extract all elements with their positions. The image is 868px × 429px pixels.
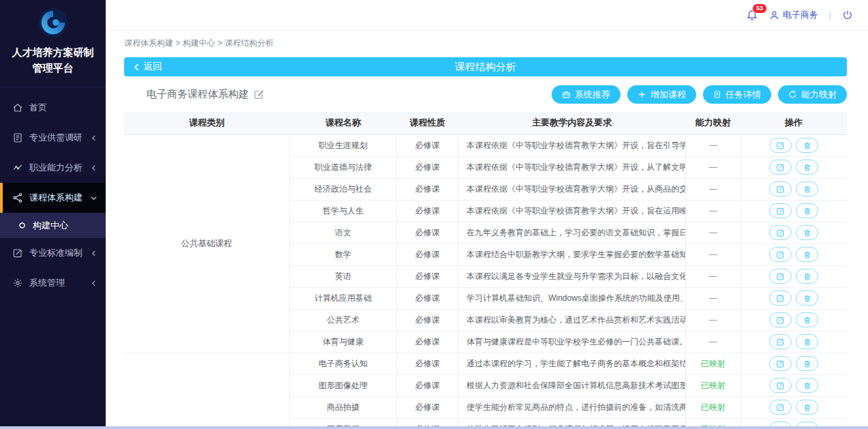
course-name-cell: 图形图像处理 xyxy=(290,374,397,396)
trash-icon xyxy=(803,338,811,346)
mapping-status-cell: 已映射 xyxy=(686,396,741,418)
course-name-cell: 计算机应用基础 xyxy=(290,287,397,309)
delete-course-button[interactable] xyxy=(796,160,818,175)
chevron-left-icon xyxy=(91,280,97,286)
edit-course-button[interactable] xyxy=(769,312,792,327)
operations-cell xyxy=(740,134,847,156)
notification-bell-button[interactable]: 53 xyxy=(746,9,758,21)
edit-course-button[interactable] xyxy=(769,247,792,262)
edit-title-icon[interactable] xyxy=(254,89,264,100)
edit-course-button[interactable] xyxy=(769,203,792,218)
system-recommend-button[interactable]: 系统推荐 xyxy=(552,85,620,104)
course-content-cell: 本课程依据《中等职业学校德育教学大纲》开设，旨在引导学生树立正确... xyxy=(458,134,686,156)
edit-icon xyxy=(776,403,785,412)
edit-icon xyxy=(776,250,785,259)
add-course-button[interactable]: 增加课程 xyxy=(627,85,696,104)
course-name-cell: 数学 xyxy=(290,243,397,265)
edit-course-button[interactable] xyxy=(769,356,792,371)
sidebar-item-ability-analysis[interactable]: 职业能力分析 xyxy=(0,153,106,183)
edit-course-button[interactable] xyxy=(769,400,792,415)
back-button[interactable]: 返回 xyxy=(124,61,162,73)
delete-course-button[interactable] xyxy=(796,378,818,393)
breadcrumb: 课程体系构建 > 构建中心 > 课程结构分析 xyxy=(124,38,847,49)
table-header-row: 课程类别 课程名称 课程性质 主要教学内容及要求 能力映射 操作 xyxy=(124,112,847,134)
table-row: 专业核心课电子商务认知必修课通过本课程的学习，学生能了解电子商务的基本概念和框架… xyxy=(124,353,847,374)
edit-course-button[interactable] xyxy=(769,269,792,284)
edit-course-button[interactable] xyxy=(769,334,792,349)
edit-icon xyxy=(776,207,785,216)
trash-icon xyxy=(803,294,811,303)
course-nature-cell: 必修课 xyxy=(397,309,458,331)
edit-icon xyxy=(776,316,785,325)
category-cell: 专业核心课 xyxy=(124,353,290,429)
course-content-cell: 本课程以审美教育为核心，通过艺术作品赏析和艺术实践活动，使学生了... xyxy=(458,309,686,331)
operations-cell xyxy=(740,287,847,309)
edit-course-button[interactable] xyxy=(769,291,792,306)
course-nature-cell: 必修课 xyxy=(397,396,458,418)
trash-icon xyxy=(803,207,811,216)
delete-course-button[interactable] xyxy=(796,291,818,306)
edit-icon xyxy=(776,185,785,194)
course-name-cell: 职业生涯规划 xyxy=(290,134,397,156)
trash-icon xyxy=(803,359,811,368)
mapping-status-cell: — xyxy=(686,134,741,156)
delete-course-button[interactable] xyxy=(796,203,818,218)
delete-course-button[interactable] xyxy=(796,181,818,196)
delete-course-button[interactable] xyxy=(796,312,818,327)
sidebar-item-home[interactable]: 首页 xyxy=(0,93,106,123)
username: 电子商务 xyxy=(783,9,818,21)
mapping-status-cell: 已映射 xyxy=(686,374,741,396)
logout-power-button[interactable] xyxy=(842,10,853,20)
course-content-cell: 在九年义务教育的基础上，学习必要的语文基础知识，掌握日常生活和职... xyxy=(458,222,686,243)
course-content-cell: 本课程以满足各专业学生就业与升学需求为目标，以融合文化素养、职业... xyxy=(458,265,686,287)
edit-icon xyxy=(776,381,785,390)
edit-icon xyxy=(776,228,785,237)
delete-course-button[interactable] xyxy=(796,225,818,240)
sidebar-item-standard-compilation[interactable]: 专业标准编制 xyxy=(0,238,106,268)
topbar-divider: | xyxy=(829,10,831,20)
sidebar-subitem-build-center[interactable]: 构建中心 xyxy=(0,213,106,238)
delete-course-button[interactable] xyxy=(796,356,818,371)
course-nature-cell: 必修课 xyxy=(397,156,458,178)
edit-course-button[interactable] xyxy=(769,378,792,393)
operations-cell xyxy=(740,200,847,222)
course-nature-cell: 必修课 xyxy=(397,200,458,222)
edit-course-button[interactable] xyxy=(769,225,792,240)
mapping-status-cell: — xyxy=(686,178,741,200)
delete-course-button[interactable] xyxy=(796,269,818,284)
operations-cell xyxy=(740,156,847,178)
edit-course-button[interactable] xyxy=(769,138,792,153)
chevron-left-icon xyxy=(133,63,140,71)
course-content-cell: 本课程依据《中等职业学校德育教学大纲》开设，旨在运用唯物论原理，... xyxy=(458,200,686,222)
horizontal-scrollbar[interactable] xyxy=(0,426,868,429)
trash-icon xyxy=(803,250,811,259)
sidebar-item-supply-demand-survey[interactable]: 专业供需调研 xyxy=(0,123,106,153)
sidebar-item-system-management[interactable]: 系统管理 xyxy=(0,268,106,298)
ability-mapping-button[interactable]: 能力映射 xyxy=(778,85,847,104)
delete-course-button[interactable] xyxy=(796,138,818,153)
survey-document-icon xyxy=(12,132,23,143)
delete-course-button[interactable] xyxy=(796,247,818,262)
delete-course-button[interactable] xyxy=(796,334,818,349)
course-name-cell: 职业道德与法律 xyxy=(290,156,397,178)
chevron-left-icon xyxy=(91,135,97,141)
sidebar-item-course-system[interactable]: 课程体系构建 xyxy=(0,183,106,213)
content-area: 课程体系构建 > 构建中心 > 课程结构分析 返回 课程结构分析 电子商务课程体… xyxy=(106,31,868,429)
edit-course-button[interactable] xyxy=(769,160,792,175)
edit-course-button[interactable] xyxy=(769,181,792,196)
operations-cell xyxy=(740,331,847,353)
section-title: 电子商务课程体系构建 xyxy=(147,88,264,101)
header-course-nature: 课程性质 xyxy=(397,112,458,134)
chevron-down-icon xyxy=(91,195,97,201)
mapping-status-cell: — xyxy=(686,309,741,331)
course-nature-cell: 必修课 xyxy=(397,265,458,287)
delete-course-button[interactable] xyxy=(796,400,818,415)
operations-cell xyxy=(740,178,847,200)
task-detail-button[interactable]: 任务详情 xyxy=(703,85,771,104)
edit-icon xyxy=(776,338,785,346)
course-name-cell: 语文 xyxy=(290,222,397,243)
chevron-left-icon xyxy=(91,250,97,256)
page-title: 课程结构分析 xyxy=(124,61,847,74)
user-menu[interactable]: 电子商务 xyxy=(769,9,818,21)
course-nature-cell: 必修课 xyxy=(397,222,458,243)
